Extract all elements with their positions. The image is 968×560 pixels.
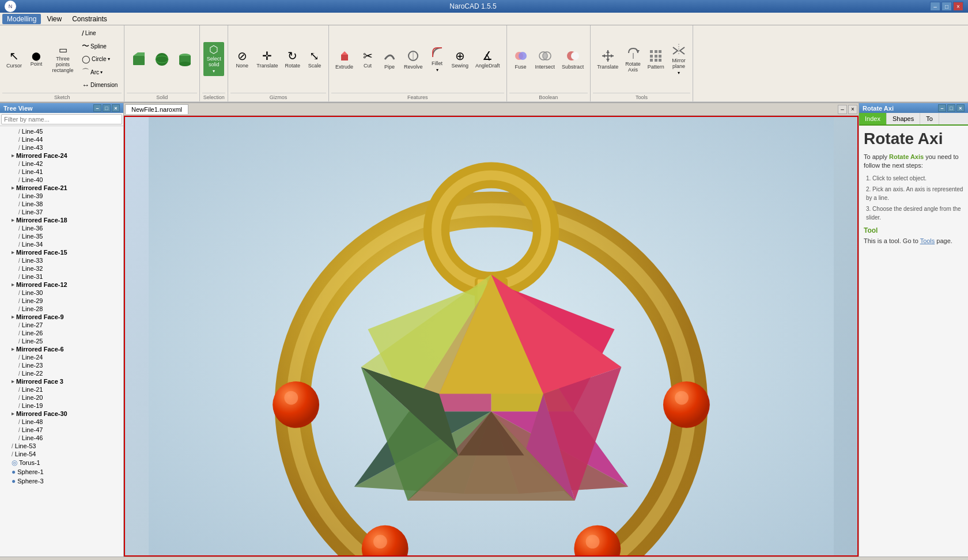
list-item[interactable]: / Line-25	[0, 337, 123, 345]
sewing-button[interactable]: ⊕ Sewing	[449, 48, 472, 71]
list-item[interactable]: ◎ Torus-1	[0, 458, 123, 467]
list-item[interactable]: / Line-42	[0, 160, 123, 168]
list-item[interactable]: / Line-32	[0, 264, 123, 273]
svg-rect-25	[655, 50, 657, 53]
list-item[interactable]: / Line-19	[0, 402, 123, 410]
angle-draft-button[interactable]: ∡ AngleDraft	[472, 48, 503, 71]
help-close-btn[interactable]: ×	[956, 104, 965, 112]
circle-button[interactable]: ◯ Circle ▾	[79, 54, 120, 65]
revolve-button[interactable]: Revolve	[401, 47, 426, 72]
gizmo-translate-button[interactable]: ✛ Translate	[254, 48, 281, 71]
list-item[interactable]: ● Sphere-1	[0, 467, 123, 476]
close-button[interactable]: ×	[953, 2, 963, 11]
list-item[interactable]: / Line-24	[0, 353, 123, 361]
extrude-button[interactable]: Extrude	[332, 47, 356, 72]
gizmo-none-button[interactable]: ⊘ None	[232, 48, 252, 71]
tab-index[interactable]: Index	[859, 113, 887, 124]
mirror-plane-button[interactable]: Mirrorplane ▾	[668, 40, 689, 78]
fillet-button[interactable]: Fillet ▾	[427, 43, 448, 75]
point-button[interactable]: ⬤ Point	[26, 50, 47, 69]
tab-shapes[interactable]: Shapes	[887, 113, 920, 124]
list-item[interactable]: / Line-39	[0, 192, 123, 200]
list-item[interactable]: / Line-34	[0, 240, 123, 248]
list-item[interactable]: / Line-54	[0, 450, 123, 458]
list-item[interactable]: / Line-35	[0, 232, 123, 240]
list-item[interactable]: ▸ Mirrored Face-6	[0, 345, 123, 353]
list-item[interactable]: ▸ Mirrored Face-24	[0, 152, 123, 160]
list-item[interactable]: ▸ Mirrored Face-21	[0, 184, 123, 192]
help-tools-link[interactable]: Tools	[920, 237, 935, 244]
list-item[interactable]: ▸ Mirrored Face-15	[0, 248, 123, 256]
subtract-button[interactable]: Substract	[559, 47, 587, 72]
menu-constraints[interactable]: Constraints	[67, 14, 112, 24]
rotate-axis-button[interactable]: RotateAxis	[622, 44, 644, 75]
list-item[interactable]: / Line-30	[0, 289, 123, 297]
list-item[interactable]: / Line-21	[0, 385, 123, 393]
tab-to[interactable]: To	[920, 113, 939, 124]
solid-cylinder-button[interactable]	[174, 49, 196, 70]
svg-point-61	[273, 381, 319, 428]
list-item[interactable]: / Line-48	[0, 418, 123, 426]
solid-sphere-button[interactable]	[151, 49, 173, 70]
maximize-button[interactable]: □	[941, 2, 952, 11]
dimension-button[interactable]: ↔ Dimension	[79, 80, 120, 90]
arc-button[interactable]: ⌒ Arc ▾	[79, 66, 120, 78]
line-button[interactable]: / Line	[79, 28, 120, 39]
list-item[interactable]: / Line-33	[0, 256, 123, 264]
list-item[interactable]: / Line-38	[0, 200, 123, 208]
list-item[interactable]: / Line-26	[0, 329, 123, 337]
list-item[interactable]: / Line-31	[0, 273, 123, 281]
list-item[interactable]: ▸ Mirrored Face 3	[0, 377, 123, 385]
gizmo-rotate-button[interactable]: ↻ Rotate	[282, 48, 303, 71]
list-item[interactable]: ▸ Mirrored Face-12	[0, 281, 123, 289]
list-item[interactable]: / Line-46	[0, 434, 123, 442]
list-item[interactable]: ▸ Mirrored Face-9	[0, 313, 123, 321]
tree-search-input[interactable]	[1, 114, 122, 124]
help-float-btn[interactable]: □	[947, 104, 955, 112]
list-item[interactable]: / Line-36	[0, 224, 123, 232]
list-item[interactable]: / Line-27	[0, 321, 123, 329]
menu-modelling[interactable]: Modelling	[2, 14, 41, 24]
line-icon: /	[18, 290, 20, 296]
gizmo-scale-button[interactable]: ⤡ Scale	[304, 48, 325, 71]
spline-button[interactable]: 〜 Spline	[79, 40, 120, 52]
svg-point-13	[519, 52, 527, 60]
three-points-rect-button[interactable]: ▭ Three points rectangle	[48, 43, 78, 75]
solid-box-button[interactable]	[128, 49, 150, 70]
cut-button[interactable]: ✂ Cut	[357, 48, 378, 71]
list-item[interactable]: / Line-22	[0, 369, 123, 377]
list-item[interactable]: ● Sphere-3	[0, 476, 123, 486]
list-item[interactable]: ▸ Mirrored Face-18	[0, 216, 123, 224]
list-item[interactable]: / Line-23	[0, 361, 123, 369]
fuse-button[interactable]: Fuse	[511, 47, 531, 72]
viewport-close-btn[interactable]: ×	[848, 105, 857, 114]
tree-view-close-btn[interactable]: ×	[112, 104, 120, 112]
list-item[interactable]: / Line-44	[0, 135, 123, 143]
list-item[interactable]: / Line-20	[0, 393, 123, 402]
list-item[interactable]: / Line-29	[0, 297, 123, 305]
translate-tool-button[interactable]: Translate	[594, 47, 621, 72]
intersect-button[interactable]: Intersect	[532, 47, 558, 72]
menu-view[interactable]: View	[42, 14, 66, 24]
minimize-button[interactable]: –	[930, 2, 940, 11]
list-item[interactable]: / Line-28	[0, 305, 123, 313]
viewport-tab[interactable]: NewFile1.naroxml	[125, 104, 188, 114]
cursor-button[interactable]: ↖ Cursor	[3, 48, 25, 71]
list-item[interactable]: / Line-37	[0, 208, 123, 216]
pipe-button[interactable]: Pipe	[379, 47, 400, 72]
list-item[interactable]: / Line-40	[0, 176, 123, 184]
viewport-minimize-btn[interactable]: –	[838, 105, 847, 114]
tree-view-float-btn[interactable]: □	[103, 104, 111, 112]
list-item[interactable]: / Line-41	[0, 168, 123, 176]
tree-view-minimize-btn[interactable]: –	[93, 104, 101, 112]
list-item[interactable]: ▸ Mirrored Face-30	[0, 410, 123, 418]
viewport[interactable]	[124, 116, 859, 557]
title-bar-controls[interactable]: – □ ×	[930, 2, 963, 11]
list-item[interactable]: / Line-43	[0, 143, 123, 152]
list-item[interactable]: / Line-53	[0, 442, 123, 450]
list-item[interactable]: / Line-47	[0, 426, 123, 434]
help-minimize-btn[interactable]: –	[938, 104, 946, 112]
list-item[interactable]: / Line-45	[0, 127, 123, 135]
select-solid-button[interactable]: ⬡ Selectsolid ▾	[203, 42, 224, 76]
pattern-button[interactable]: Pattern	[645, 47, 667, 72]
